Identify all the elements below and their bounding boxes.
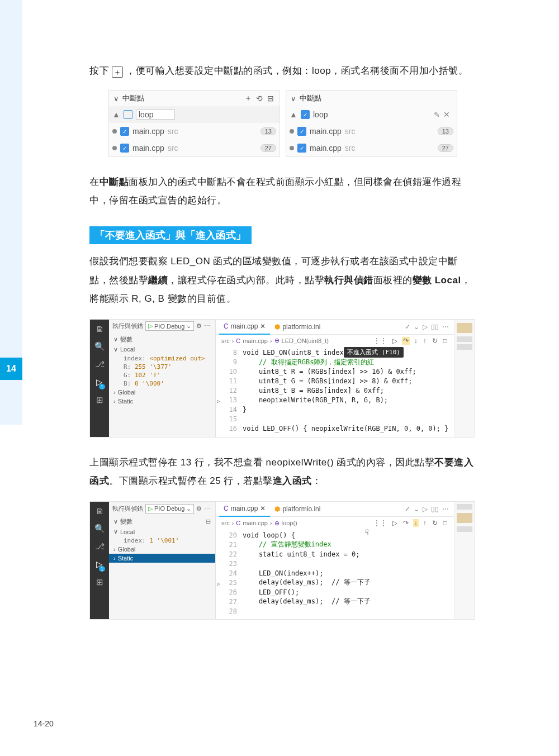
drag-icon[interactable]: ⋮⋮ bbox=[372, 337, 388, 345]
expand-icon[interactable]: ▲ bbox=[112, 110, 120, 119]
step-over-icon[interactable]: ↷ bbox=[402, 337, 410, 345]
crumb[interactable]: main.cpp bbox=[243, 337, 268, 344]
global-header[interactable]: › Global bbox=[113, 388, 211, 397]
debug-icon[interactable]: ▷ bbox=[96, 377, 103, 387]
git-icon[interactable]: ⎇ bbox=[95, 541, 105, 551]
split-icon[interactable]: ▯▯ bbox=[429, 505, 440, 513]
continue-icon[interactable]: ▷ bbox=[391, 519, 399, 527]
minimap[interactable] bbox=[454, 320, 475, 437]
extensions-icon[interactable]: ⊞ bbox=[96, 395, 103, 405]
split-icon[interactable]: ▯▯ bbox=[429, 323, 440, 331]
crumb[interactable]: LED_ON(uint8_t) bbox=[282, 337, 329, 344]
check-icon[interactable]: ✓ bbox=[403, 323, 412, 331]
step-into-icon[interactable]: ↓ bbox=[413, 337, 419, 345]
code-editor[interactable]: ☟ 20void loop() {21 // 宣告靜態變數index22 sta… bbox=[216, 529, 454, 619]
checkbox-checked[interactable]: ✓ bbox=[301, 110, 310, 119]
crumb[interactable]: src bbox=[221, 337, 230, 344]
collapse-icon[interactable]: ∨ bbox=[112, 94, 120, 103]
local-header[interactable]: ∨ Local bbox=[113, 345, 211, 354]
more-icon[interactable]: ⋯ bbox=[440, 505, 451, 513]
search-icon[interactable]: 🔍 bbox=[94, 524, 105, 534]
toggle-all-icon[interactable]: ⟲ bbox=[254, 94, 265, 103]
breakpoint-row[interactable]: ✓ main.cpp src 13 bbox=[286, 123, 457, 140]
checkbox-unchecked[interactable] bbox=[124, 110, 132, 119]
continue-icon[interactable]: ▷ bbox=[391, 337, 399, 345]
global-header[interactable]: › Global bbox=[113, 545, 211, 554]
breakpoint-panel-left: ∨ 中斷點 ＋ ⟲ ⊟ ▲ loop ✓ main.cpp src 13 ✓ m… bbox=[108, 90, 280, 157]
run-config[interactable]: ▷PIO Debug⌄ bbox=[145, 321, 194, 331]
gear-icon[interactable]: ⚙ bbox=[196, 505, 202, 512]
code-editor[interactable]: 不進入函式 (F10) ☟ 8void LED_ON(uint8_t index… bbox=[216, 347, 454, 437]
bp-line: 27 bbox=[260, 144, 276, 152]
t: 。下圖顯示程式暫停在 25 行，若點擊 bbox=[109, 476, 273, 486]
step-over-icon[interactable]: ↷ bbox=[402, 519, 410, 527]
restart-icon[interactable]: ↻ bbox=[431, 519, 439, 527]
git-icon[interactable]: ⎇ bbox=[95, 359, 105, 369]
func-input[interactable]: loop bbox=[136, 110, 175, 120]
files-icon[interactable]: 🗎 bbox=[96, 324, 104, 334]
tab-pio[interactable]: ⬢platformio.ini bbox=[270, 320, 325, 334]
files-icon[interactable]: 🗎 bbox=[96, 506, 104, 516]
add-icon[interactable]: ＋ bbox=[243, 93, 254, 103]
run-icon[interactable]: ▷ bbox=[421, 323, 429, 331]
t: platformio.ini bbox=[282, 323, 320, 331]
gear-icon[interactable]: ⚙ bbox=[196, 322, 202, 330]
minimap[interactable] bbox=[454, 502, 475, 619]
checkbox-checked[interactable]: ✓ bbox=[120, 127, 129, 136]
vars-header[interactable]: ∨ 變數 bbox=[113, 334, 211, 345]
restart-icon[interactable]: ↻ bbox=[431, 337, 439, 345]
search-icon[interactable]: 🔍 bbox=[94, 341, 105, 351]
panel-title: 中斷點 bbox=[297, 93, 453, 103]
step-out-icon[interactable]: ↑ bbox=[422, 337, 428, 345]
t-bold: 執行與偵錯 bbox=[324, 275, 373, 286]
ide-screenshot-1: 🗎 🔍 ⎇ ▷ ⊞ 執行與偵錯 ▷PIO Debug⌄ ⚙ ⋯ ∨ 變數 ∨ L… bbox=[89, 319, 475, 438]
run-icon[interactable]: ▷ bbox=[421, 505, 429, 513]
extensions-icon[interactable]: ⊞ bbox=[96, 577, 103, 587]
stop-icon[interactable]: □ bbox=[442, 519, 448, 527]
crumb[interactable]: src bbox=[221, 520, 230, 526]
paragraph-2: 在中斷點面板加入的函式中斷點不會在程式前面顯示小紅點，但同樣會在偵錯運作過程中，… bbox=[89, 173, 475, 210]
stop-icon[interactable]: □ bbox=[442, 337, 448, 345]
breakpoint-row[interactable]: ✓ main.cpp src 27 bbox=[286, 140, 457, 156]
local-header[interactable]: ∨ Local bbox=[113, 527, 211, 536]
more-icon[interactable]: ⋯ bbox=[204, 505, 210, 512]
collapse-vars-icon[interactable]: ⊟ bbox=[206, 518, 211, 525]
step-into-icon[interactable]: ↓ bbox=[413, 519, 419, 527]
more-icon[interactable]: ⋯ bbox=[440, 323, 451, 331]
more-icon[interactable]: ⋯ bbox=[204, 322, 210, 330]
func-name: loop bbox=[313, 110, 328, 119]
drag-icon[interactable]: ⋮⋮ bbox=[372, 519, 388, 527]
checkbox-checked[interactable]: ✓ bbox=[120, 144, 129, 153]
breakpoint-panels: ∨ 中斷點 ＋ ⟲ ⊟ ▲ loop ✓ main.cpp src 13 ✓ m… bbox=[108, 90, 475, 157]
debug-icon[interactable]: ▷ bbox=[96, 559, 103, 569]
cursor-hand-icon: ☟ bbox=[364, 528, 369, 536]
step-out-icon[interactable]: ↑ bbox=[422, 519, 428, 527]
vars-header[interactable]: ∨ 變數⊟ bbox=[113, 516, 211, 527]
t: 面板加入的函式中斷點不會在程式前面顯示小紅點，但同樣會在偵錯運作過程中，停留在函… bbox=[89, 177, 461, 206]
tab-main[interactable]: Cmain.cpp✕ bbox=[219, 501, 270, 517]
close-panel-icon[interactable]: ⊟ bbox=[265, 94, 276, 103]
t: ，讓程式停在函式內部。此時，點擊 bbox=[168, 275, 324, 286]
delete-icon[interactable]: ✕ bbox=[440, 110, 453, 119]
tab-main[interactable]: Cmain.cpp✕ bbox=[219, 319, 270, 335]
debug-toolbar: ⋮⋮ ▷ ↷ ↓ ↑ ↻ □ bbox=[372, 337, 448, 345]
check-icon[interactable]: ✓ bbox=[403, 505, 412, 513]
checkbox-checked[interactable]: ✓ bbox=[297, 144, 306, 153]
tooltip: 不進入函式 (F10) bbox=[344, 347, 404, 358]
panel-label: 執行與偵錯 bbox=[112, 505, 143, 513]
expand-icon[interactable]: ▲ bbox=[290, 110, 297, 119]
collapse-icon[interactable]: ∨ bbox=[290, 94, 297, 103]
breakpoint-row[interactable]: ✓ main.cpp src 27 bbox=[109, 140, 280, 156]
edit-icon[interactable]: ✎ bbox=[434, 111, 440, 119]
var-row: B: 0 '\000' bbox=[113, 379, 211, 388]
crumb[interactable]: main.cpp bbox=[243, 520, 268, 526]
breakpoint-row[interactable]: ✓ main.cpp src 13 bbox=[109, 123, 280, 140]
checkbox-checked[interactable]: ✓ bbox=[297, 127, 306, 136]
static-header[interactable]: › Static bbox=[109, 554, 215, 563]
static-header[interactable]: › Static bbox=[113, 397, 211, 406]
tab-pio[interactable]: ⬢platformio.ini bbox=[270, 502, 325, 516]
t: Static bbox=[118, 398, 134, 405]
crumb[interactable]: loop() bbox=[282, 520, 297, 526]
intro-post: ，便可輸入想要設定中斷點的函式，例如：loop，函式名稱後面不用加小括號。 bbox=[126, 65, 468, 76]
run-config[interactable]: ▷PIO Debug⌄ bbox=[145, 504, 194, 513]
